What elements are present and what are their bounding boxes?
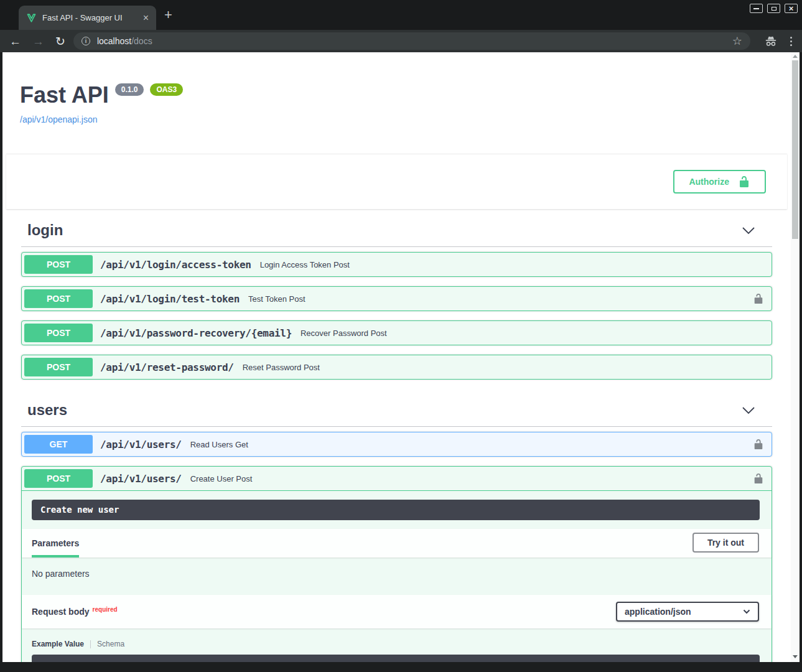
- maximize-icon: [772, 7, 776, 11]
- chevron-down-icon: [743, 609, 750, 614]
- maximize-button[interactable]: [767, 4, 780, 13]
- method-badge: POST: [24, 358, 93, 376]
- content-type-select[interactable]: application/json: [616, 602, 759, 622]
- browser-menu-icon[interactable]: [790, 37, 792, 46]
- op-row-login-test-token[interactable]: POST /api/v1/login/test-token Test Token…: [21, 286, 772, 311]
- op-summary-create-user[interactable]: POST /api/v1/users/ Create User Post: [22, 467, 772, 491]
- section-header-login[interactable]: login: [21, 209, 772, 247]
- unlock-icon: [753, 293, 764, 304]
- api-content: login POST /api/v1/login/access-token Lo…: [2, 209, 791, 662]
- close-icon: ×: [789, 4, 794, 12]
- scrollbar-thumb[interactable]: [792, 60, 798, 239]
- auth-lock-button[interactable]: [753, 293, 764, 304]
- back-icon[interactable]: ←: [9, 35, 21, 47]
- method-badge: POST: [24, 469, 93, 488]
- page-title: Fast API 0.1.0 OAS3: [20, 82, 773, 108]
- op-summary-text: Create User Post: [190, 474, 253, 483]
- op-summary-text: Login Access Token Post: [260, 260, 350, 269]
- tab-close-icon[interactable]: ×: [141, 13, 151, 23]
- method-badge: POST: [24, 289, 93, 308]
- openapi-spec-link[interactable]: /api/v1/openapi.json: [20, 114, 98, 124]
- op-summary-text: Test Token Post: [248, 294, 305, 304]
- window-controls: ×: [750, 4, 798, 13]
- bookmark-star-icon[interactable]: ☆: [732, 35, 742, 47]
- example-code-block[interactable]: {: [32, 655, 760, 662]
- api-info: Fast API 0.1.0 OAS3 /api/v1/openapi.json: [2, 52, 791, 125]
- section-title: users: [27, 401, 67, 419]
- reload-icon[interactable]: ↻: [55, 35, 65, 47]
- minimize-icon: [753, 8, 759, 9]
- browser-titlebar: Fast API - Swagger UI × + ×: [0, 0, 802, 30]
- op-path: /api/v1/password-recovery/{email}: [100, 327, 292, 339]
- unlock-icon: [753, 439, 764, 450]
- op-row-reset-password[interactable]: POST /api/v1/reset-password/ Reset Passw…: [21, 355, 772, 380]
- content-type-value: application/json: [625, 607, 691, 617]
- op-row-create-user: POST /api/v1/users/ Create User Post Cre…: [21, 466, 772, 662]
- url-host: localhost: [97, 36, 131, 46]
- op-path: /api/v1/reset-password/: [100, 362, 234, 373]
- version-badge: 0.1.0: [115, 83, 144, 96]
- scroll-down-icon[interactable]: [793, 655, 798, 658]
- minimize-button[interactable]: [750, 4, 763, 13]
- method-badge: POST: [24, 255, 93, 274]
- parameters-tab[interactable]: Parameters: [32, 538, 79, 558]
- required-label: required: [93, 606, 118, 613]
- try-it-out-button[interactable]: Try it out: [692, 533, 759, 553]
- schema-tab[interactable]: Schema: [97, 640, 124, 648]
- op-path: /api/v1/login/access-token: [100, 259, 251, 271]
- no-parameters-text: No parameters: [22, 558, 772, 595]
- tab-title: Fast API - Swagger UI: [42, 13, 141, 22]
- method-badge: GET: [24, 435, 93, 454]
- section-header-users[interactable]: users: [21, 389, 772, 427]
- scheme-container: Authorize: [6, 154, 787, 209]
- close-window-button[interactable]: ×: [785, 4, 798, 13]
- window-body: Fast API 0.1.0 OAS3 /api/v1/openapi.json…: [0, 52, 802, 667]
- fastapi-favicon-icon: [26, 12, 37, 23]
- op-description: Create new user: [32, 500, 760, 520]
- page-viewport: Fast API 0.1.0 OAS3 /api/v1/openapi.json…: [2, 52, 791, 662]
- tab-divider: [90, 640, 91, 648]
- scroll-up-icon[interactable]: [793, 55, 798, 58]
- url-path: /docs: [131, 36, 152, 46]
- section-title: login: [27, 222, 63, 239]
- example-value-tab[interactable]: Example Value: [32, 640, 84, 648]
- forward-icon[interactable]: →: [32, 35, 44, 47]
- op-summary-text: Read Users Get: [190, 440, 248, 449]
- auth-lock-button[interactable]: [753, 439, 764, 450]
- op-row-password-recovery[interactable]: POST /api/v1/password-recovery/{email} R…: [21, 320, 772, 345]
- model-example: Example Value Schema {: [22, 628, 772, 662]
- incognito-icon: [764, 36, 778, 47]
- address-bar[interactable]: i localhost /docs ☆: [73, 32, 750, 50]
- op-body: Create new user Parameters Try it out No…: [22, 500, 772, 662]
- request-body-label: Request body: [32, 607, 90, 617]
- op-row-login-access-token[interactable]: POST /api/v1/login/access-token Login Ac…: [21, 252, 772, 277]
- chevron-down-icon[interactable]: [742, 406, 755, 414]
- authorize-label: Authorize: [689, 177, 729, 187]
- op-path: /api/v1/users/: [100, 473, 182, 485]
- method-badge: POST: [24, 324, 93, 342]
- op-path: /api/v1/login/test-token: [100, 293, 240, 305]
- authorize-button[interactable]: Authorize: [673, 170, 766, 194]
- op-row-read-users[interactable]: GET /api/v1/users/ Read Users Get: [21, 432, 772, 457]
- new-tab-button[interactable]: +: [164, 9, 172, 21]
- op-summary-text: Recover Password Post: [301, 329, 387, 338]
- site-info-icon[interactable]: i: [82, 37, 90, 45]
- oas3-badge: OAS3: [150, 83, 183, 96]
- request-body-header: Request bodyrequired application/json: [22, 595, 772, 628]
- browser-toolbar: ← → ↻ i localhost /docs ☆: [0, 30, 802, 52]
- unlock-icon: [738, 175, 750, 188]
- browser-tab[interactable]: Fast API - Swagger UI ×: [19, 6, 156, 30]
- unlock-icon: [753, 473, 764, 484]
- op-summary-text: Reset Password Post: [243, 363, 320, 372]
- api-title-text: Fast API: [20, 82, 109, 108]
- chevron-down-icon[interactable]: [742, 226, 755, 235]
- op-path: /api/v1/users/: [100, 439, 182, 450]
- auth-lock-button[interactable]: [753, 473, 764, 484]
- page-scrollbar[interactable]: [791, 52, 800, 662]
- parameters-header: Parameters Try it out: [22, 529, 772, 558]
